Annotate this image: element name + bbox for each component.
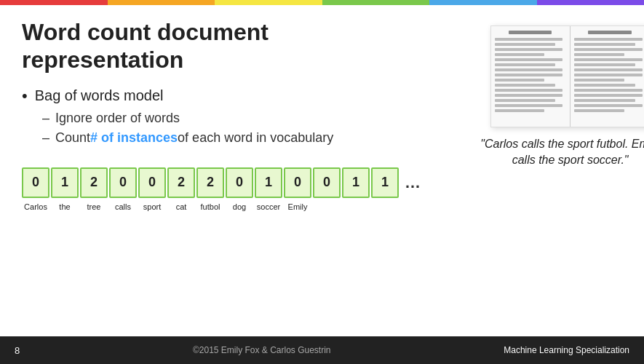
slide-content: Word count document representation Bag o…: [0, 5, 644, 336]
bar-yellow: [215, 0, 322, 5]
vector-cell-2: 2: [80, 167, 108, 198]
book-line: [495, 48, 562, 51]
book-line: [495, 99, 555, 102]
book-line: [495, 94, 562, 97]
book-line: [495, 89, 562, 92]
word-label-7: dog: [226, 202, 253, 212]
book-line: [495, 43, 555, 46]
footer-course: Machine Learning Specialization: [504, 345, 629, 355]
footer-copyright: ©2015 Emily Fox & Carlos Guestrin: [193, 345, 331, 355]
word-label-1: the: [51, 202, 79, 212]
bar-purple: [537, 0, 645, 5]
word-label-3: calls: [109, 202, 137, 212]
word-labels: Carlos the tree calls sport cat futbol d…: [22, 202, 421, 212]
vector-cell-9: 0: [284, 167, 311, 198]
book-line: [495, 58, 562, 61]
vector-cell-5: 2: [167, 167, 195, 198]
vector-cell-11: 1: [342, 167, 370, 198]
bullet-bag-of-words: Bag of words model: [22, 87, 421, 105]
book-line: [495, 74, 562, 76]
vector-cell-8: 1: [255, 167, 282, 198]
book-line: [574, 38, 643, 41]
word-label-2: tree: [80, 202, 108, 212]
vector-cell-4: 0: [138, 167, 166, 198]
footer-page: 8: [15, 345, 20, 356]
bullet-sub-text-1: Ignore order of words: [55, 111, 180, 126]
footer: 8 ©2015 Emily Fox & Carlos Guestrin Mach…: [0, 336, 644, 364]
book-line: [495, 38, 562, 41]
vector-cell-6: 2: [196, 167, 224, 198]
slide-title: Word count document representation: [22, 18, 421, 74]
word-label-4: sport: [138, 202, 166, 212]
vector-cell-12: 1: [371, 167, 399, 198]
book-line: [495, 53, 545, 56]
top-color-bar: [0, 0, 644, 5]
bullet-sub-text-2-before: Count: [55, 130, 90, 146]
vector-cell-3: 0: [109, 167, 137, 198]
book-line: [574, 48, 643, 51]
bullet-main-text: Bag of words model: [35, 87, 164, 104]
bullet-sub-text-2-after: of each word in vocabulary: [178, 130, 333, 146]
bar-orange: [108, 0, 215, 5]
vector-ellipsis: …: [405, 173, 421, 192]
word-label-9: Emily: [284, 202, 311, 212]
book-line: [574, 74, 643, 76]
book-right-title: [588, 31, 631, 34]
book-line: [574, 99, 635, 102]
quote-text: "Carlos calls the sport futbol. Emily ca…: [469, 136, 644, 169]
right-column: "Carlos calls the sport futbol. Emily ca…: [435, 18, 644, 329]
vector-area: 0 1 2 0 0 2 2 0 1 0 0 1 1 … Carlos the t…: [22, 167, 421, 212]
bar-green: [322, 0, 430, 5]
word-label-0: Carlos: [22, 202, 49, 212]
vector-boxes: 0 1 2 0 0 2 2 0 1 0 0 1 1 …: [22, 167, 421, 198]
book-line: [495, 68, 562, 71]
left-column: Word count document representation Bag o…: [22, 18, 435, 329]
bullet-ignore-order: Ignore order of words: [22, 111, 421, 126]
book-line: [495, 79, 545, 82]
book-line: [495, 84, 555, 87]
book-page-left: [491, 26, 571, 127]
book-line: [574, 53, 624, 56]
book-line: [574, 84, 635, 87]
bullet-list: Bag of words model Ignore order of words…: [22, 87, 421, 146]
book-line: [495, 109, 545, 112]
book-line: [495, 63, 555, 66]
word-label-5: cat: [167, 202, 195, 212]
bar-blue: [429, 0, 537, 5]
book-line: [574, 43, 635, 46]
book-image: [490, 25, 644, 127]
book-line: [574, 94, 643, 97]
book-line: [574, 58, 643, 61]
book-line: [574, 63, 635, 66]
vector-cell-7: 0: [226, 167, 253, 198]
bar-red: [0, 0, 108, 5]
word-label-6: futbol: [196, 202, 224, 212]
book-line: [574, 109, 624, 112]
vector-cell-10: 0: [313, 167, 341, 198]
book-line: [574, 68, 643, 71]
book-line: [495, 104, 562, 107]
bullet-highlight: # of instances: [90, 130, 178, 146]
book-page-right: [571, 26, 644, 127]
book-line: [574, 79, 624, 82]
bullet-count-instances: Count # of instances of each word in voc…: [22, 130, 421, 146]
vector-cell-1: 1: [51, 167, 79, 198]
book-line: [574, 104, 643, 107]
book-line: [574, 89, 643, 92]
word-label-8: soccer: [255, 202, 282, 212]
book-left-title: [509, 31, 552, 34]
vector-cell-0: 0: [22, 167, 49, 198]
